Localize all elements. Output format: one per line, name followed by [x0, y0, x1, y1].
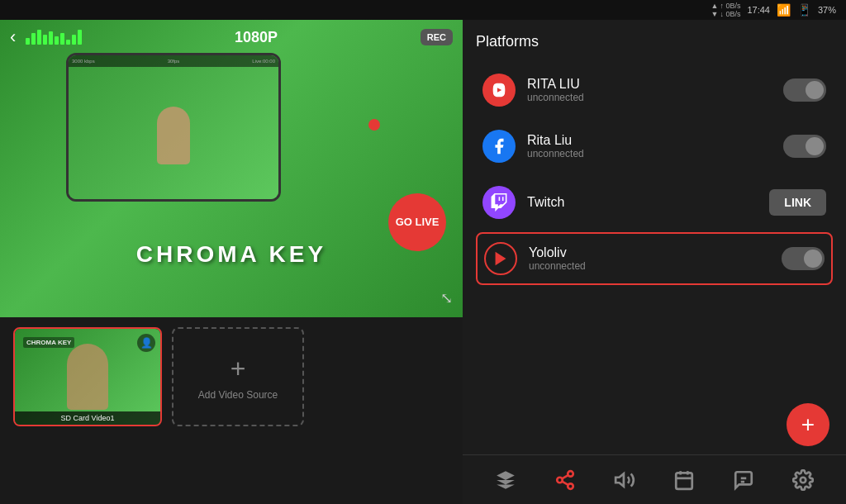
- right-panel: Platforms RITA LIU unconnected: [463, 20, 846, 454]
- back-button[interactable]: ‹: [10, 26, 16, 48]
- nav-volume[interactable]: [608, 464, 641, 497]
- fab-add-button[interactable]: +: [787, 403, 829, 446]
- chroma-key-label: CHROMA KEY: [0, 241, 463, 268]
- video-thumb-1[interactable]: CHROMA KEY 👤 SD Card Video1: [13, 327, 162, 426]
- platform-name-yololiv: Yololiv: [529, 245, 782, 260]
- nav-share[interactable]: [549, 464, 582, 497]
- record-indicator: [368, 119, 380, 131]
- battery-label: 37%: [818, 5, 836, 15]
- platform-row-rita-liu-youtube: RITA LIU unconnected: [476, 64, 833, 116]
- go-live-button[interactable]: GO LIVE: [388, 193, 446, 251]
- platform-info-rita-liu-facebook: Rita Liu unconnected: [527, 133, 783, 159]
- platforms-section: Platforms RITA LIU unconnected: [463, 20, 846, 454]
- add-source-plus-icon: +: [231, 354, 246, 384]
- platforms-title: Platforms: [476, 33, 833, 50]
- svg-rect-7: [676, 473, 692, 489]
- platform-info-rita-liu-youtube: RITA LIU unconnected: [527, 77, 783, 103]
- platform-info-twitch: Twitch: [527, 195, 769, 210]
- resize-icon[interactable]: ⤡: [440, 289, 453, 307]
- toggle-knob: [806, 81, 824, 99]
- svg-line-4: [562, 481, 568, 484]
- toggle-yololiv[interactable]: [782, 247, 825, 270]
- audio-bar-8: [66, 40, 70, 45]
- right-panel-wrapper: Platforms RITA LIU unconnected: [463, 20, 846, 504]
- thumb-person-icon: 👤: [137, 334, 155, 352]
- nav-layers[interactable]: [489, 464, 522, 497]
- audio-bar-2: [31, 33, 36, 45]
- audio-bar-3: [37, 30, 41, 45]
- svg-point-13: [801, 477, 806, 483]
- bottom-nav: [463, 454, 846, 504]
- network-speeds: ▲↑ 0B/s ▼↓ 0B/s: [711, 2, 741, 18]
- tablet-mockup: 3000 kbps30fpsLive:00:00: [66, 53, 281, 202]
- audio-bar-5: [49, 31, 53, 45]
- audio-bar-6: [55, 36, 59, 45]
- toggle-rita-liu-youtube[interactable]: [783, 78, 826, 102]
- download-speed: ▼↓ 0B/s: [711, 10, 741, 18]
- platform-status-rita-liu-facebook: unconnected: [527, 148, 783, 159]
- svg-point-2: [557, 477, 563, 483]
- audio-bar-7: [60, 33, 64, 45]
- platform-name-rita-liu-youtube: RITA LIU: [527, 77, 783, 92]
- toggle-knob: [806, 137, 824, 155]
- platform-name-rita-liu-facebook: Rita Liu: [527, 133, 783, 148]
- wifi-icon: 📶: [777, 3, 791, 17]
- youtube-icon: [482, 74, 516, 107]
- twitch-icon: [482, 186, 516, 219]
- resolution-label: 1080P: [92, 29, 420, 46]
- platform-status-rita-liu-youtube: unconnected: [527, 92, 783, 103]
- twitch-link-button[interactable]: LINK: [769, 189, 826, 216]
- platform-status-yololiv: unconnected: [529, 260, 782, 272]
- add-source-label: Add Video Source: [198, 389, 278, 401]
- yololiv-icon: [484, 242, 517, 275]
- svg-line-5: [562, 475, 568, 478]
- nav-settings[interactable]: [787, 464, 820, 497]
- platform-row-yololiv: Yololiv unconnected: [476, 232, 833, 285]
- time: 17:44: [747, 5, 770, 15]
- svg-point-1: [568, 471, 573, 477]
- nav-chat[interactable]: [727, 464, 760, 497]
- left-panel: ‹ 1080P REC: [0, 20, 463, 504]
- nav-schedule[interactable]: [668, 464, 701, 497]
- platform-name-twitch: Twitch: [527, 195, 769, 210]
- signal-icon: 📱: [797, 3, 811, 17]
- upload-speed: ▲↑ 0B/s: [711, 2, 741, 10]
- platform-row-twitch: Twitch LINK: [476, 176, 833, 229]
- svg-marker-6: [615, 473, 624, 486]
- thumb-label: SD Card Video1: [15, 411, 160, 425]
- camera-preview: ‹ 1080P REC: [0, 20, 463, 317]
- svg-point-3: [568, 483, 573, 489]
- audio-bar-4: [43, 35, 47, 45]
- preview-top-bar: ‹ 1080P REC: [0, 20, 463, 55]
- audio-bar-10: [78, 30, 82, 45]
- facebook-icon: [482, 130, 516, 163]
- platform-row-rita-liu-facebook: Rita Liu unconnected: [476, 120, 833, 173]
- tablet-screen: 3000 kbps30fpsLive:00:00: [69, 55, 278, 199]
- toggle-rita-liu-facebook[interactable]: [783, 135, 826, 158]
- platform-info-yololiv: Yololiv unconnected: [529, 245, 782, 272]
- rec-button[interactable]: REC: [421, 29, 453, 45]
- svg-marker-0: [496, 252, 506, 266]
- status-bar: ▲↑ 0B/s ▼↓ 0B/s 17:44 📶 📱 37%: [0, 0, 846, 20]
- toggle-knob: [804, 250, 822, 268]
- audio-bar-1: [26, 38, 30, 45]
- add-source-button[interactable]: + Add Video Source: [172, 327, 304, 426]
- audio-level-bars: [26, 30, 82, 45]
- audio-bar-9: [72, 35, 76, 45]
- thumbnail-strip: CHROMA KEY 👤 SD Card Video1 + Add Video …: [0, 317, 463, 504]
